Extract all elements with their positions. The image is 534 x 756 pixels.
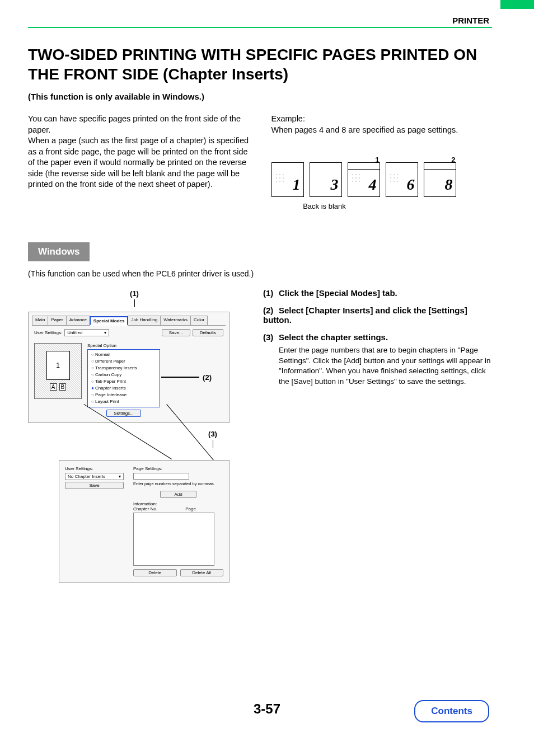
- step-num: (3): [263, 332, 279, 342]
- tab-advance[interactable]: Advance: [66, 316, 90, 325]
- radio-different-paper[interactable]: Different Paper: [91, 358, 156, 365]
- info-listbox[interactable]: [133, 513, 214, 566]
- ex-page: 6: [386, 162, 418, 197]
- add-button[interactable]: Add: [160, 491, 196, 498]
- defaults-button[interactable]: Defaults: [193, 329, 223, 336]
- preview-page: 1: [46, 351, 70, 380]
- driver-dialog-1: Main Paper Advance Special Modes Job Han…: [28, 312, 229, 423]
- tab-paper[interactable]: Paper: [48, 316, 66, 325]
- callout-3: (3): [208, 430, 217, 438]
- radio-normal[interactable]: Normal: [91, 351, 156, 358]
- ex-page: 1: [271, 162, 304, 197]
- tab-watermarks[interactable]: Watermarks: [160, 316, 191, 325]
- tab-main[interactable]: Main: [32, 316, 48, 325]
- chevron-down-icon: ▾: [119, 474, 121, 479]
- delete-all-button[interactable]: Delete All: [180, 569, 224, 576]
- page-settings-label: Page Settings:: [133, 466, 223, 471]
- section-header: PRINTER: [452, 16, 489, 25]
- header-rule: [28, 27, 492, 28]
- col-page: Page: [185, 506, 196, 511]
- preview-b-icon: B: [59, 383, 67, 391]
- radio-layout-print[interactable]: Layout Print: [91, 398, 156, 405]
- group-label: Special Option: [87, 343, 223, 349]
- example-label: Example:: [271, 114, 493, 125]
- col-chapter-no: Chapter No.: [133, 506, 157, 511]
- driver-note: (This function can be used when the PCL6…: [28, 269, 492, 278]
- radio-page-interleave[interactable]: Page Interleave: [91, 392, 156, 398]
- preview-pane: 1 A B: [34, 343, 82, 399]
- user-settings-dropdown[interactable]: Untitled▾: [64, 329, 109, 336]
- intro-text: You can have specific pages printed on t…: [28, 114, 249, 212]
- preview-a-icon: A: [50, 383, 57, 391]
- step-head: Select [Chapter Inserts] and click the […: [263, 306, 467, 325]
- subtitle: (This function is only available in Wind…: [28, 92, 492, 101]
- chevron-down-icon: ▾: [104, 330, 106, 335]
- ex-page: 14: [348, 162, 380, 197]
- callout-1: (1): [130, 289, 139, 298]
- windows-heading: Windows: [28, 242, 90, 261]
- user-settings-label-2: User Settings:: [65, 466, 127, 471]
- ci-save-button[interactable]: Save: [65, 482, 124, 489]
- radio-chapter-inserts[interactable]: Chapter Inserts: [91, 385, 156, 392]
- settings-button[interactable]: Settings...: [106, 410, 141, 417]
- example-diagram: 1 3 14 6 28: [271, 162, 493, 197]
- tab-special-modes[interactable]: Special Modes: [90, 316, 129, 326]
- user-settings-label: User Settings:: [34, 330, 62, 335]
- ci-dropdown[interactable]: No Chapter Inserts▾: [65, 473, 124, 480]
- save-button[interactable]: Save...: [162, 329, 190, 336]
- ex-page: 3: [310, 162, 342, 197]
- callout-2: (2): [203, 373, 212, 382]
- tab-color[interactable]: Color: [190, 316, 208, 325]
- page-title: TWO-SIDED PRINTING WITH SPECIFIC PAGES P…: [28, 45, 492, 84]
- ex-page: 28: [424, 162, 456, 197]
- corner-accent: [500, 0, 534, 9]
- contents-button[interactable]: Contents: [414, 700, 489, 722]
- page-settings-input[interactable]: [133, 473, 189, 480]
- step-num: (1): [263, 288, 279, 298]
- step-head: Select the chapter settings.: [279, 332, 388, 342]
- radio-tab-paper[interactable]: Tab Paper Print: [91, 378, 156, 385]
- step-num: (2): [263, 306, 279, 315]
- info-label: Information:: [133, 501, 223, 506]
- back-blank-label: Back is blank: [271, 201, 378, 212]
- step-head: Click the [Special Modes] tab.: [279, 288, 397, 298]
- tab-job-handling[interactable]: Job Handling: [128, 316, 161, 325]
- radio-transparency[interactable]: Transparency Inserts: [91, 365, 156, 372]
- example-desc: When pages 4 and 8 are specified as page…: [271, 125, 493, 136]
- radio-carbon-copy[interactable]: Carbon Copy: [91, 372, 156, 378]
- delete-button[interactable]: Delete: [133, 569, 177, 576]
- chapter-inserts-dialog: User Settings: No Chapter Inserts▾ Save …: [59, 460, 229, 583]
- step-body: Enter the page numbers that are to begin…: [279, 345, 492, 388]
- special-option-list[interactable]: Normal Different Paper Transparency Inse…: [87, 349, 160, 407]
- page-settings-hint: Enter page numbers separated by commas.: [133, 481, 223, 486]
